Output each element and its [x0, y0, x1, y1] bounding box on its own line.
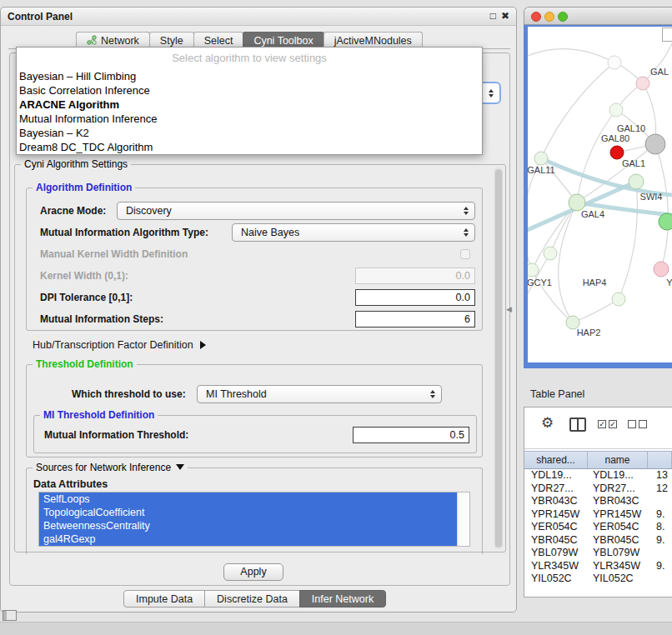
- table-cell: YBR045C: [524, 534, 588, 548]
- table-row[interactable]: YBR045CYBR045C9.: [524, 534, 672, 548]
- network-edge[interactable]: [573, 299, 619, 322]
- tab-label: Cyni Toolbox: [253, 35, 313, 47]
- bottom-tab-infer-network[interactable]: Infer Network: [299, 590, 386, 608]
- table-row[interactable]: YIL052CYIL052C: [524, 572, 672, 586]
- network-edge[interactable]: [655, 144, 669, 269]
- mi-steps-input[interactable]: [355, 311, 475, 328]
- close-traffic-light-icon[interactable]: [531, 12, 541, 22]
- algorithm-dropdown-popup: Select algorithm to view settings Bayesi…: [16, 47, 483, 155]
- data-attributes-label: Data Attributes: [33, 475, 108, 493]
- network-node[interactable]: [569, 194, 585, 211]
- network-window-titlebar[interactable]: [524, 7, 672, 25]
- kernel-width-input[interactable]: [355, 268, 475, 284]
- algorithm-option[interactable]: Dream8 DC_TDC Algorithm: [17, 140, 482, 154]
- sources-title-text: Sources for Network Inference: [36, 462, 171, 473]
- settings-scrollbar-thumb[interactable]: [495, 169, 502, 548]
- algorithm-option[interactable]: ARACNE Algorithm: [17, 98, 482, 112]
- table-row[interactable]: YLR345WYLR345W9.: [524, 560, 672, 573]
- network-edge[interactable]: [528, 158, 541, 270]
- network-edge[interactable]: [559, 202, 577, 322]
- algorithm-option[interactable]: Bayesian – Hill Climbing: [17, 69, 482, 83]
- deselect-all-icon[interactable]: [628, 420, 647, 428]
- network-node[interactable]: [528, 263, 539, 277]
- network-edge[interactable]: [541, 158, 672, 195]
- network-node[interactable]: [609, 103, 623, 117]
- table-row[interactable]: YBL079WYBL079W: [524, 547, 672, 560]
- table-cell: 9.: [648, 534, 672, 548]
- network-edge[interactable]: [619, 182, 637, 299]
- column-chooser-icon[interactable]: [569, 418, 586, 432]
- table-row[interactable]: YBR043CYBR043C: [524, 495, 672, 508]
- sources-group: Sources for Network Inference Data Attri…: [26, 468, 483, 554]
- tab-label: Select: [204, 35, 233, 47]
- bottom-tab-bar: Impute DataDiscretize DataInfer Network: [123, 590, 385, 608]
- mi-algorithm-type-combobox[interactable]: Naive Bayes: [232, 223, 475, 242]
- network-node-label: GAL1: [622, 158, 645, 168]
- float-window-icon[interactable]: □: [490, 10, 496, 22]
- docked-panel-icon[interactable]: [3, 610, 17, 621]
- attribute-list-item[interactable]: SelfLoops: [39, 492, 458, 506]
- network-edge[interactable]: [541, 62, 614, 158]
- dpi-tolerance-input[interactable]: [355, 289, 475, 306]
- network-node[interactable]: [534, 152, 548, 165]
- select-all-icon[interactable]: ✓ ✓: [598, 420, 617, 428]
- algorithm-option[interactable]: Basic Correlation Inference: [17, 83, 482, 98]
- zoom-traffic-light-icon[interactable]: [558, 12, 568, 22]
- data-attributes-list[interactable]: SelfLoopsTopologicalCoefficientBetweenne…: [38, 492, 470, 547]
- sources-title[interactable]: Sources for Network Inference: [33, 462, 188, 473]
- bottom-tab-impute-data[interactable]: Impute Data: [123, 590, 205, 608]
- minimize-traffic-light-icon[interactable]: [544, 12, 554, 22]
- control-panel-window: Control Panel □ ✖ NetworkStyleSelectCyni…: [0, 7, 517, 612]
- network-edge[interactable]: [643, 43, 672, 83]
- network-node-label: SWI4: [640, 192, 663, 202]
- network-edge[interactable]: [528, 49, 614, 62]
- table-column-header[interactable]: shared...: [524, 452, 588, 468]
- network-node[interactable]: [612, 292, 625, 306]
- table-cell: 12: [648, 482, 672, 496]
- table-row[interactable]: YPR145WYPR145W9.: [524, 508, 672, 522]
- which-threshold-combobox[interactable]: MI Threshold: [197, 385, 442, 403]
- mi-threshold-definition-group: MI Threshold Definition Mutual Informati…: [33, 415, 477, 453]
- network-node[interactable]: [608, 56, 621, 69]
- network-node[interactable]: [544, 247, 557, 260]
- manual-kernel-width-checkbox[interactable]: [460, 249, 470, 259]
- network-node[interactable]: [636, 77, 649, 90]
- table-cell: YDL19...: [588, 469, 648, 482]
- hub-transcription-factor-label: Hub/Transcription Factor Definition: [33, 339, 193, 351]
- table-column-header[interactable]: name: [588, 452, 648, 468]
- gear-icon[interactable]: ⚙: [541, 414, 554, 432]
- data-attributes-items: SelfLoopsTopologicalCoefficientBetweenne…: [39, 492, 469, 546]
- dpi-tolerance-label: DPI Tolerance [0,1]:: [40, 288, 133, 307]
- control-panel-titlebar[interactable]: Control Panel □ ✖: [1, 8, 516, 26]
- bottom-tab-discretize-data[interactable]: Discretize Data: [204, 590, 300, 608]
- algorithm-option[interactable]: Mutual Information Inference: [17, 112, 482, 126]
- hub-transcription-factor-section[interactable]: Hub/Transcription Factor Definition: [33, 338, 206, 352]
- network-node-label: HAP4: [583, 278, 607, 288]
- table-cell: YBR043C: [524, 495, 588, 508]
- apply-button[interactable]: Apply: [223, 563, 283, 581]
- attribute-list-item[interactable]: gal4RGexp: [39, 532, 458, 546]
- attribute-list-item[interactable]: TopologicalCoefficient: [39, 506, 458, 519]
- attribute-list-item[interactable]: BetweennessCentrality: [39, 519, 458, 532]
- algorithm-option[interactable]: Bayesian – K2: [17, 126, 482, 140]
- network-node[interactable]: [654, 262, 669, 277]
- control-panel-title: Control Panel: [8, 11, 73, 22]
- table-row[interactable]: YDR27...YDR27...12: [524, 482, 672, 496]
- aracne-mode-combobox[interactable]: Discovery: [117, 202, 475, 220]
- close-window-icon[interactable]: ✖: [501, 10, 509, 22]
- table-row[interactable]: YDL19...YDL19...13: [524, 469, 672, 482]
- table-column-header[interactable]: [648, 452, 672, 468]
- network-node[interactable]: [629, 174, 644, 189]
- mi-threshold-input[interactable]: [353, 427, 469, 443]
- panel-collapse-arrow-icon[interactable]: ◀: [506, 305, 512, 313]
- table-cell: YLR345W: [588, 560, 648, 573]
- attributes-scrollbar[interactable]: [457, 492, 469, 546]
- network-node-label: Y: [666, 278, 672, 288]
- network-toolbar-fragment[interactable]: [662, 28, 672, 42]
- table-toolbar: ⚙ ✓ ✓: [524, 408, 672, 449]
- network-node[interactable]: [610, 146, 624, 159]
- network-node[interactable]: [659, 213, 672, 230]
- network-canvas[interactable]: GALGAL80GAL10GAL1GAL11SWI4GAL4GCY1HAP4HA…: [528, 27, 672, 362]
- network-node[interactable]: [645, 134, 665, 154]
- table-row[interactable]: YER054CYER054C8.: [524, 521, 672, 534]
